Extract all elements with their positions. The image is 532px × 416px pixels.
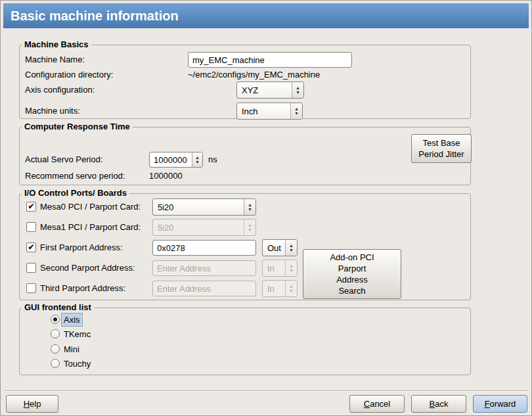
parport3-direction-value: In bbox=[263, 281, 285, 296]
radio-dot bbox=[53, 317, 57, 321]
addon-pci-search-button[interactable]: Add-on PCI Parport Address Search bbox=[303, 249, 401, 299]
back-button-label: Back bbox=[430, 399, 449, 409]
parport2-checkbox[interactable]: ✔ bbox=[26, 263, 36, 273]
combo-arrows-icon: ▴ ▾ bbox=[244, 220, 255, 235]
help-button-label: Help bbox=[24, 399, 41, 409]
back-button[interactable]: Back bbox=[411, 395, 466, 413]
radio-tkemc[interactable] bbox=[51, 329, 60, 338]
wizard-window: Basic machine information Machine Basics… bbox=[0, 0, 532, 416]
arrow-down-icon: ▾ bbox=[290, 289, 292, 293]
combo-arrows-icon: ▴ ▾ bbox=[292, 82, 303, 98]
radio-axis[interactable] bbox=[51, 315, 60, 324]
radio-mini-label[interactable]: Mini bbox=[62, 343, 81, 356]
mesa1-card-value: 5i20 bbox=[153, 220, 244, 235]
parport1-label: First Parport Address: bbox=[40, 240, 123, 256]
test-base-period-jitter-button[interactable]: Test Base Period Jitter bbox=[411, 134, 472, 163]
recommend-period-label: Recommend servo period: bbox=[25, 168, 125, 184]
mesa1-card-select: 5i20 ▴ ▾ bbox=[152, 219, 256, 236]
parport2-direction-select: In ▴ ▾ bbox=[262, 260, 298, 277]
radio-touchy-label[interactable]: Touchy bbox=[62, 358, 93, 370]
mesa0-card-select[interactable]: 5i20 ▴ ▾ bbox=[152, 198, 256, 216]
combo-arrows-icon: ▴ ▾ bbox=[244, 199, 255, 215]
parport1-checkbox[interactable]: ✔ bbox=[26, 243, 36, 252]
combo-arrows-icon: ▴ ▾ bbox=[290, 103, 302, 119]
machine-units-label: Machine units: bbox=[25, 103, 80, 119]
combo-arrows-icon: ▴ ▾ bbox=[285, 281, 297, 296]
axis-configuration-value: XYZ bbox=[237, 82, 292, 98]
combo-arrows-icon: ▴ ▾ bbox=[285, 260, 297, 276]
combo-arrows-icon: ▴ ▾ bbox=[285, 240, 297, 256]
parport2-address-input bbox=[152, 260, 256, 276]
mesa0-checkbox[interactable]: ✔ bbox=[26, 202, 36, 212]
forward-button[interactable]: Forward bbox=[473, 395, 527, 413]
parport1-direction-select[interactable]: Out ▴ ▾ bbox=[262, 239, 298, 256]
radio-tkemc-label[interactable]: TKemc bbox=[62, 328, 93, 340]
servo-period-label: Actual Servo Period: bbox=[25, 152, 103, 168]
mesa1-label: Mesa1 PCI / Parport Card: bbox=[40, 220, 141, 235]
spinner-arrows[interactable]: ▴ ▾ bbox=[192, 152, 202, 167]
arrow-down-icon: ▾ bbox=[290, 268, 292, 273]
parport1-address-input[interactable] bbox=[152, 240, 256, 256]
parport2-label: Second Parport Address: bbox=[40, 260, 135, 276]
parport2-direction-value: In bbox=[263, 260, 285, 276]
gui-frontend-legend: GUI frontend list bbox=[22, 302, 94, 312]
arrow-down-icon: ▾ bbox=[248, 227, 251, 232]
io-ports-legend: I/O Control Ports/ Boards bbox=[22, 188, 129, 198]
parport3-label: Third Parport Address: bbox=[40, 281, 125, 296]
axis-configuration-label: Axis configuration: bbox=[25, 82, 95, 98]
io-ports-group: I/O Control Ports/ Boards ✔ Mesa0 PCI / … bbox=[19, 193, 471, 300]
parport3-checkbox[interactable]: ✔ bbox=[26, 283, 36, 293]
machine-basics-legend: Machine Basics bbox=[22, 39, 91, 49]
help-button[interactable]: Help bbox=[6, 395, 58, 413]
check-icon: ✔ bbox=[28, 243, 34, 251]
parport3-address-input bbox=[152, 281, 256, 296]
page-header: Basic machine information bbox=[3, 3, 529, 28]
config-dir-value: ~/emc2/configs/my_EMC_machine bbox=[188, 67, 320, 83]
recommend-period-value: 1000000 bbox=[149, 168, 183, 184]
servo-period-value: 1000000 bbox=[150, 152, 192, 167]
parport1-direction-value: Out bbox=[263, 240, 285, 256]
arrow-down-icon: ▾ bbox=[295, 111, 298, 116]
mesa1-checkbox[interactable]: ✔ bbox=[26, 222, 36, 232]
radio-touchy[interactable] bbox=[51, 359, 60, 368]
page-title: Basic machine information bbox=[11, 9, 179, 24]
spin-down-icon[interactable]: ▾ bbox=[196, 160, 198, 164]
cancel-button[interactable]: Cancel bbox=[349, 395, 405, 413]
response-time-legend: Computer Response Time bbox=[22, 122, 133, 131]
forward-button-label: Forward bbox=[485, 399, 516, 409]
radio-mini[interactable] bbox=[51, 344, 60, 354]
machine-name-input[interactable] bbox=[188, 52, 352, 68]
servo-period-units: ns bbox=[208, 152, 217, 168]
machine-basics-group: Machine Basics Machine Name: Configurati… bbox=[19, 45, 471, 119]
axis-configuration-select[interactable]: XYZ ▴ ▾ bbox=[236, 81, 304, 99]
parport3-direction-select: In ▴ ▾ bbox=[262, 280, 298, 297]
machine-units-select[interactable]: Inch ▴ ▾ bbox=[236, 103, 303, 120]
gui-frontend-group: GUI frontend list Axis TKemc Mini Touchy bbox=[19, 308, 471, 375]
cancel-button-label: Cancel bbox=[364, 399, 390, 409]
radio-axis-label[interactable]: Axis bbox=[62, 313, 82, 326]
arrow-down-icon: ▾ bbox=[248, 207, 251, 212]
check-icon: ✔ bbox=[28, 202, 34, 210]
footer-separator bbox=[5, 390, 527, 392]
machine-name-label: Machine Name: bbox=[25, 52, 85, 68]
mesa0-label: Mesa0 PCI / Parport Card: bbox=[40, 199, 141, 215]
servo-period-spinbox[interactable]: 1000000 ▴ ▾ bbox=[149, 152, 203, 168]
arrow-down-icon: ▾ bbox=[290, 248, 292, 252]
mesa0-card-value: 5i20 bbox=[153, 199, 244, 215]
machine-units-value: Inch bbox=[237, 103, 290, 119]
config-dir-label: Configuration directory: bbox=[25, 67, 113, 83]
response-time-group: Computer Response Time Test Base Period … bbox=[19, 127, 471, 185]
arrow-down-icon: ▾ bbox=[296, 90, 299, 95]
